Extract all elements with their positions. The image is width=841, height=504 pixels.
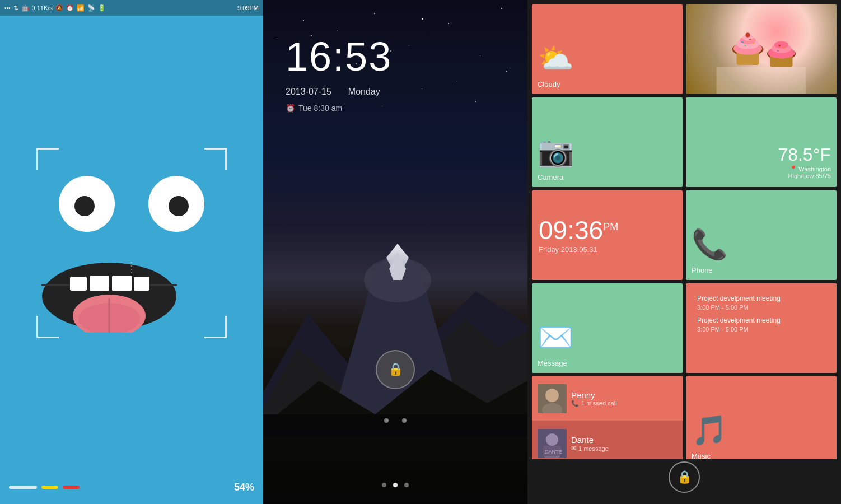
lock-icon: 🔒 <box>388 362 403 377</box>
temperature-display: 78.5°F <box>778 144 831 165</box>
wp-lock-icon: 🔒 <box>677 470 692 484</box>
miui-lock-button[interactable]: 🔒 <box>376 350 415 389</box>
svg-point-17 <box>364 258 431 302</box>
person-row-penny: Penny 📞 1 missed call <box>532 376 683 421</box>
svg-rect-16 <box>263 414 527 437</box>
penny-name: Penny <box>571 390 677 400</box>
calendar-event-1: Project develpment meeting <box>697 293 825 304</box>
right-pupil <box>169 196 189 216</box>
tile-message[interactable]: ✉️ Message <box>532 283 683 373</box>
miui-lock-screen: 16:53 2013-07-15 Monday ⏰ Tue 8:30 am 🔒 <box>263 0 527 504</box>
music-tile-label: Music <box>692 452 711 459</box>
message-icon: ✉ <box>571 445 576 452</box>
progress-red <box>63 486 80 489</box>
svg-text:DANTE: DANTE <box>545 449 562 455</box>
mute-icon: 🔕 <box>55 4 63 12</box>
battery-icon: 🔋 <box>98 4 106 12</box>
android-icon: 🤖 <box>21 4 29 12</box>
svg-point-39 <box>545 389 559 402</box>
phone-tile-label: Phone <box>692 266 713 274</box>
status-bar-left: ••• ⇅ 🤖 0.11K/s 🔕 ⏰ 📶 📡 🔋 <box>4 4 106 12</box>
clock-time: 09:36 <box>539 216 603 245</box>
swipe-dot-right <box>402 418 407 423</box>
tile-clock[interactable]: 09:36PM Friday 2013.05.31 <box>532 190 683 280</box>
dante-avatar: DANTE <box>538 429 567 458</box>
location-name: Washington <box>798 166 831 172</box>
svg-point-33 <box>774 41 789 49</box>
clock-date-display: Friday 2013.05.31 <box>539 245 676 254</box>
miui-day: Monday <box>348 87 380 97</box>
svg-rect-6 <box>134 277 149 291</box>
right-eye <box>148 176 204 232</box>
tile-calendar[interactable]: Project develpment meeting 3:00 PM - 5:0… <box>686 283 837 373</box>
tile-phone[interactable]: 📞 Phone <box>686 190 837 280</box>
bracket-br <box>204 316 227 338</box>
wifi-icon: 📶 <box>77 4 85 12</box>
battery-percent: 54% <box>234 482 254 493</box>
bracket-tr <box>204 148 227 170</box>
eyes-row <box>31 176 232 232</box>
wp-lock-button[interactable]: 🔒 <box>669 461 700 493</box>
cupcake-svg: ♥ <box>686 4 837 94</box>
svg-point-42 <box>546 433 558 446</box>
miui-date: 2013-07-15 <box>286 87 331 97</box>
tile-people[interactable]: Penny 📞 1 missed call <box>532 376 683 459</box>
clock-time-display: 09:36PM <box>539 217 676 243</box>
status-bar-right: 9:09PM <box>237 4 259 11</box>
missed-call-icon: 📞 <box>571 400 579 407</box>
dots-icon: ••• <box>4 5 11 11</box>
tile-cupcake-photo[interactable]: ♥ <box>686 4 837 94</box>
page-dot-3 <box>404 483 409 487</box>
alarm-icon: ⏰ <box>66 4 74 12</box>
page-dot-2 <box>393 483 398 487</box>
tile-music[interactable]: 🎵 Music <box>686 376 837 459</box>
clock-ampm: PM <box>603 221 618 232</box>
bracket-tl <box>36 148 59 170</box>
tile-weather-detail[interactable]: 78.5°F 📍 Washington High/Low:85/75 <box>686 97 837 187</box>
penny-avatar <box>538 384 567 413</box>
camera-tile-label: Camera <box>538 173 563 181</box>
dante-name: Dante <box>571 435 677 445</box>
dante-message: 1 message <box>578 445 609 452</box>
speed-indicator: 0.11K/s <box>32 4 53 11</box>
calendar-time-2: 3:00 PM - 5:00 PM <box>697 326 825 333</box>
alarm-time: Tue 8:30 am <box>298 104 342 113</box>
android-lock-screen: ••• ⇅ 🤖 0.11K/s 🔕 ⏰ 📶 📡 🔋 9:09PM <box>0 0 263 504</box>
person-row-dante: DANTE Dante ✉ 1 message <box>532 421 683 459</box>
monster-face <box>31 142 232 344</box>
dots-connector <box>131 262 132 277</box>
miui-time-display: 16:53 <box>286 34 392 80</box>
page-dot-1 <box>382 483 386 487</box>
dante-info: Dante ✉ 1 message <box>571 435 677 452</box>
tile-camera[interactable]: 📷 Camera <box>532 97 683 187</box>
tile-weather[interactable]: ⛅ Cloudy <box>532 4 683 94</box>
penny-status: 📞 1 missed call <box>571 400 677 407</box>
svg-rect-5 <box>112 276 132 291</box>
weather-tile-label: Cloudy <box>538 80 560 88</box>
left-pupil <box>74 196 95 216</box>
message-tile-label: Message <box>538 359 567 367</box>
signal-icon: 📡 <box>87 4 95 12</box>
usb-icon: ⇅ <box>13 4 18 12</box>
miui-alarm: ⏰ Tue 8:30 am <box>286 104 342 113</box>
camera-icon: 📷 <box>538 134 574 169</box>
dante-status: ✉ 1 message <box>571 445 677 452</box>
svg-text:♥: ♥ <box>778 43 781 48</box>
progress-white <box>9 486 37 489</box>
left-eye <box>59 176 115 232</box>
bracket-bl <box>36 316 59 338</box>
time-display: 9:09PM <box>237 4 259 11</box>
message-envelope-icon: ✉️ <box>538 320 574 354</box>
svg-rect-37 <box>717 67 806 94</box>
swipe-dots: 🔒 <box>384 418 407 423</box>
progress-yellow <box>41 486 58 489</box>
pin-icon: 📍 <box>789 165 797 172</box>
weather-sun-cloud-icon: ⛅ <box>538 41 574 76</box>
location-pin: 📍 Washington <box>789 165 831 172</box>
swipe-dot-left <box>384 418 389 423</box>
penny-info: Penny 📞 1 missed call <box>571 390 677 407</box>
tiles-grid: ⛅ Cloudy <box>527 0 841 459</box>
mountain-svg <box>263 213 527 437</box>
monster-face-container <box>0 16 263 470</box>
miui-date-row: 2013-07-15 Monday <box>286 87 380 97</box>
